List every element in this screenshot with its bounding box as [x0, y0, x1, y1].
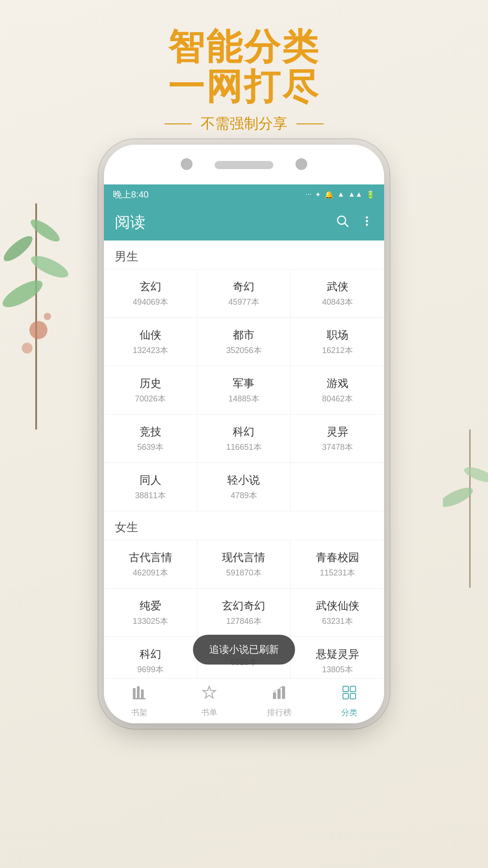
bottom-nav: 书架 书单 排行榜: [104, 678, 384, 723]
svg-point-5: [29, 321, 47, 339]
svg-point-15: [366, 223, 368, 226]
scroll-area[interactable]: 男生 玄幻 494069本 奇幻 45977本 武侠 40843本: [104, 241, 384, 678]
category-xiandai-yanqing[interactable]: 现代言情 591870本: [197, 540, 291, 589]
svg-rect-23: [282, 686, 285, 699]
svg-rect-21: [273, 693, 276, 699]
male-section-label: 男生: [104, 241, 384, 269]
plant-decoration-left: [0, 158, 77, 429]
category-qingxiaoshuo[interactable]: 轻小说 4789本: [197, 463, 291, 511]
svg-line-12: [344, 223, 348, 226]
app-header: 阅读: [104, 204, 384, 241]
category-empty-1: [291, 463, 384, 511]
phone-camera-left: [181, 158, 192, 170]
category-xuanhuan[interactable]: 玄幻 494069本: [104, 269, 197, 318]
nav-item-category[interactable]: 分类: [314, 684, 384, 718]
category-kehuan[interactable]: 科幻 116651本: [197, 415, 291, 463]
app-title: 阅读: [115, 212, 145, 233]
svg-rect-25: [350, 686, 356, 692]
header-icons: [335, 214, 373, 231]
star-icon: [201, 684, 217, 704]
nav-label-bookshelf: 书架: [131, 707, 147, 718]
category-grid-icon: [341, 684, 357, 704]
category-zhichang[interactable]: 职场 16212本: [291, 318, 384, 366]
svg-marker-20: [203, 686, 216, 698]
status-time: 晚上8:40: [113, 189, 149, 201]
svg-point-7: [44, 313, 51, 320]
category-lishi[interactable]: 历史 70026本: [104, 366, 197, 415]
svg-rect-22: [277, 689, 281, 699]
phone-frame: 晚上8:40 ··· ✦ 🔔 ▲ ▲▲ 🔋 阅读: [104, 145, 384, 723]
svg-point-1: [0, 275, 46, 312]
status-bar: 晚上8:40 ··· ✦ 🔔 ▲ ▲▲ 🔋: [104, 184, 384, 204]
phone-speaker: [215, 161, 273, 169]
svg-rect-24: [343, 686, 348, 692]
female-section-label: 女生: [104, 511, 384, 540]
category-qihuan[interactable]: 奇幻 45977本: [197, 269, 291, 318]
category-jingji[interactable]: 竞技 5639本: [104, 415, 197, 463]
promo-subtitle: 不需强制分享: [0, 114, 488, 134]
category-chunai[interactable]: 纯爱 133025本: [104, 589, 197, 637]
category-lingyi[interactable]: 灵异 37478本: [291, 415, 384, 463]
nav-item-bookshelf[interactable]: 书架: [104, 684, 174, 718]
svg-point-3: [0, 232, 36, 265]
nav-label-booklist: 书单: [201, 707, 217, 718]
search-icon[interactable]: [335, 214, 350, 231]
category-wuxia[interactable]: 武侠 40843本: [291, 269, 384, 318]
nav-item-booklist[interactable]: 书单: [174, 684, 244, 718]
svg-rect-26: [343, 693, 348, 699]
category-wuxia-xianxia[interactable]: 武侠仙侠 63231本: [291, 589, 384, 637]
svg-rect-17: [137, 686, 140, 699]
svg-rect-16: [133, 688, 136, 699]
status-icons: ··· ✦ 🔔 ▲ ▲▲ 🔋: [305, 190, 375, 199]
svg-rect-18: [141, 689, 144, 699]
ranking-icon: [271, 684, 287, 704]
nav-label-category: 分类: [341, 707, 357, 718]
category-junshi[interactable]: 军事 14885本: [197, 366, 291, 415]
category-xuanyi-lingyi[interactable]: 悬疑灵异 13805本: [291, 637, 384, 678]
svg-point-4: [28, 216, 62, 245]
plant-decoration-right: [443, 407, 488, 588]
male-section: 男生 玄幻 494069本 奇幻 45977本 武侠 40843本: [104, 241, 384, 678]
category-female-kehuan[interactable]: 科幻 9699本: [104, 637, 197, 678]
category-youxi[interactable]: 游戏 80462本: [291, 366, 384, 415]
nav-label-ranking: 排行榜: [267, 707, 291, 718]
phone-screen: 晚上8:40 ··· ✦ 🔔 ▲ ▲▲ 🔋 阅读: [104, 184, 384, 723]
svg-rect-27: [350, 693, 356, 699]
svg-point-13: [366, 216, 368, 218]
promo-title: 智能分类 一网打尽: [0, 27, 488, 107]
svg-point-10: [462, 464, 488, 485]
bookshelf-icon: [131, 684, 147, 704]
male-category-grid: 玄幻 494069本 奇幻 45977本 武侠 40843本 仙侠 13242: [104, 269, 384, 511]
promo-section: 智能分类 一网打尽 不需强制分享: [0, 27, 488, 134]
category-qingchun-xiaoyuan[interactable]: 青春校园 115231本: [291, 540, 384, 589]
svg-point-6: [22, 343, 33, 354]
svg-point-2: [28, 251, 71, 282]
category-tongren[interactable]: 同人 38811本: [104, 463, 197, 511]
category-xuanhuan-qihuan[interactable]: 玄幻奇幻 127846本: [197, 589, 291, 637]
phone-camera-right: [296, 158, 307, 170]
nav-item-ranking[interactable]: 排行榜: [244, 684, 314, 718]
toast-notification: 追读小说已刷新: [193, 635, 295, 665]
svg-point-14: [366, 220, 368, 222]
category-gudai-yanqing[interactable]: 古代言情 462091本: [104, 540, 197, 589]
category-xianxia[interactable]: 仙侠 132423本: [104, 318, 197, 366]
category-dushi[interactable]: 都市 352056本: [197, 318, 291, 366]
svg-rect-19: [133, 698, 145, 699]
menu-icon[interactable]: [361, 215, 373, 231]
